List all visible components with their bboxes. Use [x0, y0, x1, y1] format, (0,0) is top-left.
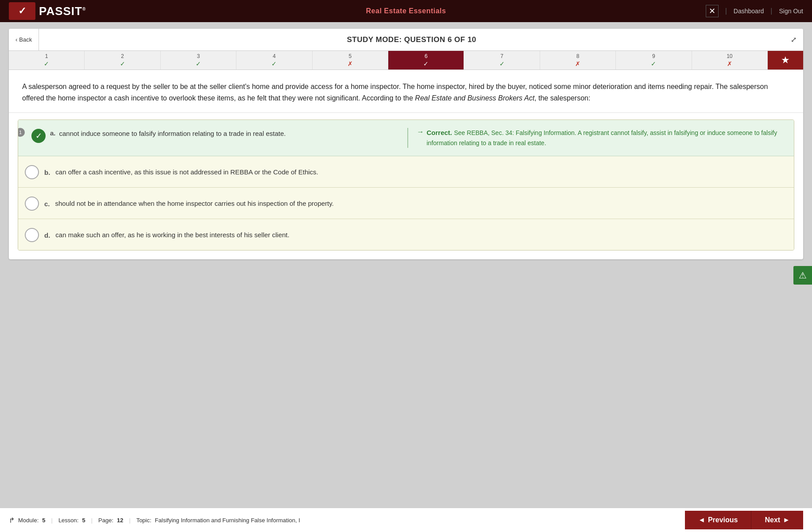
page-value: 12 [117, 517, 123, 524]
course-title: Real Estate Essentials [366, 7, 446, 15]
radio-option-b[interactable] [25, 165, 39, 179]
option-a-letter: a. [50, 129, 56, 137]
radio-option-c[interactable] [25, 197, 39, 211]
bottom-bar: ↱ Module: 5 | Lesson: 5 | Page: 12 | Top… [0, 508, 812, 532]
dashboard-link[interactable]: Dashboard [734, 8, 764, 15]
bottom-nav-buttons: ◄ Previous Next ► [685, 511, 803, 529]
topic-label: Topic: [136, 517, 151, 524]
prev-arrow-icon: ◄ [698, 516, 705, 524]
alert-button[interactable]: ⚠ [793, 266, 812, 285]
logo-box: ✓ [9, 2, 35, 20]
progress-bar: 1 ✓ 2 ✓ 3 ✓ 4 ✓ 5 ✗ 6 ✓ [9, 51, 803, 70]
radio-option-d[interactable] [25, 228, 39, 242]
alert-icon: ⚠ [799, 270, 807, 281]
answer-option-b[interactable]: b. can offer a cash incentive, as this i… [18, 156, 794, 188]
progress-item-9[interactable]: 9 ✓ [616, 51, 692, 69]
lesson-value: 5 [82, 517, 85, 524]
answers-container: © Passit 0.02Xj 1 ✓ a. cannot induce som… [18, 120, 794, 251]
next-arrow-icon: ► [783, 516, 790, 524]
correct-explanation-text: See REBBA, Sec. 34: Falsifying Informati… [427, 129, 777, 146]
answer-option-a-wrapper: 1 ✓ a. cannot induce someone to falsify … [18, 120, 794, 156]
lesson-label: Lesson: [58, 517, 79, 524]
logo-checkmark: ✓ [18, 5, 26, 17]
progress-item-10[interactable]: 10 ✗ [692, 51, 768, 69]
correct-arrow: → [417, 128, 424, 136]
expand-icon[interactable]: ⤢ [784, 35, 803, 44]
main-area: ‹ Back STUDY MODE: QUESTION 6 OF 10 ⤢ 1 … [0, 22, 812, 532]
top-navigation: ✓ PASSIT® Real Estate Essentials ✕ | Das… [0, 0, 812, 22]
progress-item-8[interactable]: 8 ✗ [540, 51, 616, 69]
answer-option-c[interactable]: c. should not be in attendance when the … [18, 188, 794, 219]
next-button[interactable]: Next ► [751, 511, 803, 529]
progress-item-2[interactable]: 2 ✓ [85, 51, 160, 69]
back-button[interactable]: ‹ Back [9, 29, 39, 50]
page-label: Page: [98, 517, 113, 524]
radio-option-a[interactable]: ✓ [31, 129, 46, 143]
previous-button[interactable]: ◄ Previous [685, 511, 751, 529]
progress-item-3[interactable]: 3 ✓ [161, 51, 236, 69]
close-icon[interactable]: ✕ [706, 5, 719, 17]
exit-icon: ↱ [9, 516, 15, 524]
star-icon: ★ [781, 54, 790, 66]
star-button[interactable]: ★ [768, 51, 803, 69]
content-card: ‹ Back STUDY MODE: QUESTION 6 OF 10 ⤢ 1 … [9, 29, 803, 259]
option-d-text: can make such an offer, as he is working… [55, 230, 289, 240]
bottom-info: ↱ Module: 5 | Lesson: 5 | Page: 12 | Top… [9, 516, 300, 524]
logo-area: ✓ PASSIT® [9, 2, 86, 20]
back-arrow-icon: ‹ [15, 36, 17, 43]
answer-option-d[interactable]: d. can make such an offer, as he is work… [18, 219, 794, 250]
question-badge: 1 [18, 128, 25, 137]
card-header: ‹ Back STUDY MODE: QUESTION 6 OF 10 ⤢ [9, 29, 803, 51]
option-c-text: should not be in attendance when the hom… [55, 199, 334, 209]
sign-out-link[interactable]: Sign Out [779, 8, 803, 15]
topic-value: Falsifying Information and Furnishing Fa… [155, 517, 300, 524]
progress-item-4[interactable]: 4 ✓ [236, 51, 312, 69]
logo-text: PASSIT® [39, 4, 86, 18]
progress-item-1[interactable]: 1 ✓ [9, 51, 85, 69]
question-text: A salesperson agreed to a request by the… [9, 70, 803, 113]
option-b-text: can offer a cash incentive, as this issu… [55, 167, 318, 177]
module-value: 5 [42, 517, 45, 524]
correct-label: Correct. [427, 129, 452, 136]
progress-item-7[interactable]: 7 ✓ [464, 51, 540, 69]
page-title: STUDY MODE: QUESTION 6 OF 10 [39, 35, 784, 44]
module-label: Module: [18, 517, 39, 524]
progress-item-5[interactable]: 5 ✗ [313, 51, 388, 69]
option-a-text: cannot induce someone to falsify informa… [59, 129, 286, 139]
correct-explanation-panel: → Correct. See REBBA, Sec. 34: Falsifyin… [407, 128, 788, 148]
top-nav-right: ✕ | Dashboard | Sign Out [706, 5, 803, 17]
progress-item-6[interactable]: 6 ✓ [388, 51, 464, 69]
